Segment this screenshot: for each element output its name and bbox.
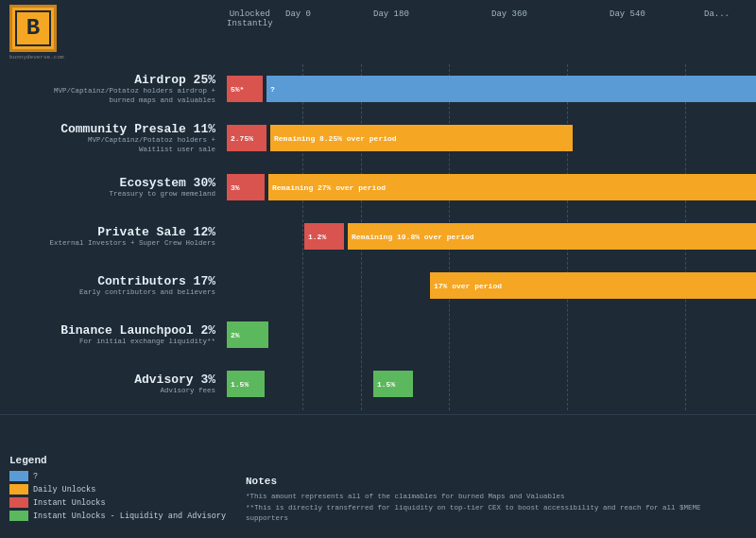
label-advisory: Advisory 3% Advisory fees [0, 373, 227, 396]
bar-airdrop-blue: ? [266, 76, 756, 102]
subtitle-community-presale: MVP/Captainz/Potatoz holders +Waitlist u… [0, 136, 215, 155]
title-binance: Binance Launchpool 2% [0, 323, 215, 338]
bar-airdrop-red: 5%* [227, 76, 263, 102]
rows-container: Airdrop 25% MVP/Captainz/Potatoz holders… [0, 64, 756, 408]
tl-dayx: Da... [704, 9, 730, 19]
title-contributors: Contributors 17% [0, 274, 215, 288]
tl-instantly: Unlocked Instantly [227, 9, 273, 28]
subtitle-binance: For initial exchange liquidity** [0, 338, 215, 347]
row-advisory: Advisory 3% Advisory fees 1.5% 1.5% [0, 359, 756, 408]
legend-item-green: Instant Unlocks - Liquidity and Advisory [9, 511, 226, 521]
legend-label-orange: Daily Unlocks [33, 485, 95, 495]
label-binance: Binance Launchpool 2% For initial exchan… [0, 323, 227, 347]
notes-title: Notes [246, 476, 747, 487]
bar-binance-green: 2% [227, 321, 268, 348]
bar-cp-orange: Remaining 8.25% over period [270, 125, 573, 151]
row-private-sale: Private Sale 12% External Investors + Su… [0, 212, 756, 261]
title-advisory: Advisory 3% [0, 373, 215, 387]
notes-line-2: **This is directly transferred for liqui… [246, 503, 747, 525]
notes: Notes *This amount represents all of the… [246, 476, 747, 524]
legend: Legend ? Daily Unlocks Instant Unlocks I… [9, 455, 226, 524]
label-ecosystem: Ecosystem 30% Treasury to grow memeland [0, 176, 227, 200]
bar-cp-red: 2.75% [227, 125, 266, 151]
row-binance: Binance Launchpool 2% For initial exchan… [0, 310, 756, 359]
logo-area: B bunnydeverse.com [0, 0, 227, 64]
bars-contributors: 17% over period [227, 272, 756, 299]
legend-item-orange: Daily Unlocks [9, 484, 226, 495]
row-contributors: Contributors 17% Early contributors and … [0, 261, 756, 310]
legend-label-blue: ? [33, 472, 38, 481]
label-airdrop: Airdrop 25% MVP/Captainz/Potatoz holders… [0, 73, 227, 106]
bars-private-sale: 1.2% Remaining 10.8% over period [227, 223, 756, 250]
subtitle-airdrop: MVP/Captainz/Potatoz holders airdrop +bu… [0, 87, 215, 106]
tl-day540: Day 540 [610, 9, 645, 19]
legend-color-orange [9, 484, 28, 495]
legend-color-blue [9, 471, 28, 481]
title-private-sale: Private Sale 12% [0, 225, 215, 239]
bar-ps-orange: Remaining 10.8% over period [348, 223, 756, 250]
tl-day0: Day 0 [285, 9, 311, 19]
subtitle-advisory: Advisory fees [0, 387, 215, 396]
legend-label-red: Instant Unlocks [33, 498, 106, 508]
title-ecosystem: Ecosystem 30% [0, 176, 215, 190]
separator [0, 414, 756, 415]
logo-subtitle: bunnydeverse.com [9, 54, 64, 61]
title-airdrop: Airdrop 25% [0, 73, 215, 87]
logo-letter: B [26, 15, 40, 41]
label-contributors: Contributors 17% Early contributors and … [0, 274, 227, 298]
legend-item-blue: ? [9, 471, 226, 481]
row-airdrop: Airdrop 25% MVP/Captainz/Potatoz holders… [0, 64, 756, 113]
bar-adv-green-2: 1.5% [373, 371, 413, 397]
header: B bunnydeverse.com Unlocked Instantly Da… [0, 0, 756, 64]
row-community-presale: Community Presale 11% MVP/Captainz/Potat… [0, 113, 756, 163]
bar-eco-orange: Remaining 27% over period [268, 174, 756, 200]
bars-advisory: 1.5% 1.5% [227, 371, 756, 397]
legend-color-red [9, 497, 28, 508]
bars-binance: 2% [227, 321, 756, 348]
bar-adv-green-1: 1.5% [227, 371, 265, 397]
title-community-presale: Community Presale 11% [0, 122, 215, 136]
label-private-sale: Private Sale 12% External Investors + Su… [0, 225, 227, 249]
legend-title: Legend [9, 455, 226, 466]
bar-contrib-orange: 17% over period [430, 272, 756, 299]
notes-line-1: *This amount represents all of the claim… [246, 492, 747, 502]
label-community-presale: Community Presale 11% MVP/Captainz/Potat… [0, 122, 227, 155]
tl-day360: Day 360 [491, 9, 527, 19]
bars-airdrop: 5%* ? [227, 76, 756, 102]
timeline-header: Unlocked Instantly Day 0 Day 180 Day 360… [227, 0, 756, 64]
subtitle-contributors: Early contributors and believers [0, 288, 215, 298]
bars-community-presale: 2.75% Remaining 8.25% over period [227, 125, 756, 151]
subtitle-private-sale: External Investors + Super Crew Holders [0, 239, 215, 249]
legend-item-red: Instant Unlocks [9, 497, 226, 508]
subtitle-ecosystem: Treasury to grow memeland [0, 190, 215, 200]
tl-day180: Day 180 [373, 9, 409, 19]
legend-color-green [9, 511, 28, 521]
row-ecosystem: Ecosystem 30% Treasury to grow memeland … [0, 163, 756, 212]
bar-eco-red: 3% [227, 174, 265, 200]
bar-ps-red: 1.2% [304, 223, 344, 250]
bars-ecosystem: 3% Remaining 27% over period [227, 174, 756, 200]
legend-label-green: Instant Unlocks - Liquidity and Advisory [33, 512, 226, 521]
